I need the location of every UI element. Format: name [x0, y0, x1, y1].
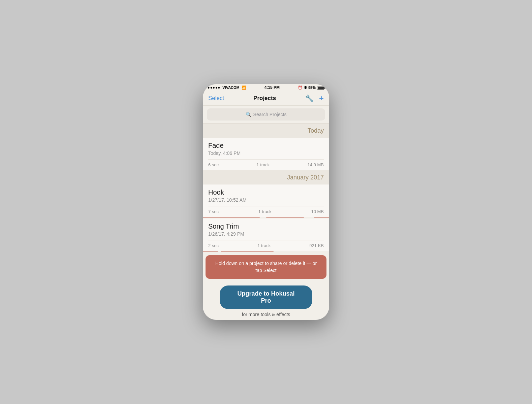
search-container: 🔍 Search Projects: [203, 106, 329, 124]
project-item-fade[interactable]: Fade Today, 4:06 PM 6 sec 1 track 14.9 M…: [203, 138, 329, 170]
search-icon: 🔍: [246, 112, 251, 117]
project-item-hook[interactable]: Hook 1/27/17, 10:52 AM 7 sec 1 track 10 …: [203, 184, 329, 217]
january-section-header: January 2017: [203, 170, 329, 184]
fade-tracks: 1 track: [256, 162, 270, 167]
signal-dots: ●●●●●: [208, 86, 220, 90]
status-left: ●●●●● VIVACOM 📶: [208, 86, 246, 90]
fade-duration: 6 sec: [208, 162, 219, 167]
songtrim-size: 921 KB: [309, 243, 324, 248]
january-label: January 2017: [287, 174, 324, 181]
status-right: ⏰ ✱ 95%: [298, 86, 324, 90]
upgrade-section: Upgrade to Hokusai Pro for more tools & …: [203, 281, 329, 320]
hook-duration: 7 sec: [208, 209, 219, 214]
fade-size: 14.9 MB: [308, 162, 324, 167]
wifi-icon: 📶: [242, 86, 246, 90]
hook-tracks: 1 track: [258, 209, 272, 214]
upgrade-button[interactable]: Upgrade to Hokusai Pro: [220, 285, 312, 309]
hook-red-line-1: [203, 217, 260, 218]
info-banner: Hold down on a project to share or delet…: [206, 255, 326, 279]
battery-icon: [317, 86, 324, 90]
project-name-songtrim: Song Trim: [208, 223, 324, 230]
wrench-icon[interactable]: 🔧: [305, 94, 314, 102]
hook-red-line-2: [266, 217, 304, 218]
search-bar[interactable]: 🔍 Search Projects: [207, 108, 325, 121]
songtrim-red-line-2: [221, 251, 274, 252]
hook-red-line-3: [314, 217, 329, 218]
project-meta-songtrim: 2 sec 1 track 921 KB: [208, 240, 324, 251]
songtrim-tracks: 1 track: [257, 243, 271, 248]
alarm-icon: ⏰: [298, 86, 303, 90]
project-date-songtrim: 1/26/17, 4:29 PM: [208, 231, 324, 237]
upgrade-subtitle: for more tools & effects: [242, 312, 290, 317]
songtrim-red-line-1: [203, 251, 218, 252]
project-date-hook: 1/27/17, 10:52 AM: [208, 197, 324, 203]
project-name-hook: Hook: [208, 189, 324, 196]
today-label: Today: [308, 127, 324, 134]
nav-bar: Select Projects 🔧 +: [203, 91, 329, 106]
battery-percentage: 95%: [308, 86, 316, 90]
project-item-songtrim[interactable]: Song Trim 1/26/17, 4:29 PM 2 sec 1 track…: [203, 218, 329, 251]
songtrim-red-separator: [203, 251, 329, 252]
search-placeholder: Search Projects: [253, 112, 287, 117]
songtrim-duration: 2 sec: [208, 243, 219, 248]
info-banner-text: Hold down on a project to share or delet…: [215, 261, 317, 273]
hook-size: 10 MB: [311, 209, 324, 214]
project-meta-fade: 6 sec 1 track 14.9 MB: [208, 159, 324, 170]
select-button[interactable]: Select: [208, 95, 224, 102]
nav-icons: 🔧 +: [305, 94, 324, 103]
bluetooth-icon: ✱: [304, 86, 307, 90]
phone-frame: ●●●●● VIVACOM 📶 4:15 PM ⏰ ✱ 95% Select P…: [203, 84, 329, 320]
project-name-fade: Fade: [208, 142, 324, 149]
page-title: Projects: [253, 95, 276, 102]
add-button[interactable]: +: [319, 94, 324, 103]
project-date-fade: Today, 4:06 PM: [208, 150, 324, 156]
today-section-header: Today: [203, 124, 329, 138]
hook-red-separator: [203, 217, 329, 218]
carrier-name: VIVACOM: [222, 86, 240, 90]
project-meta-hook: 7 sec 1 track 10 MB: [208, 206, 324, 217]
status-time: 4:15 PM: [264, 85, 280, 90]
status-bar: ●●●●● VIVACOM 📶 4:15 PM ⏰ ✱ 95%: [203, 84, 329, 91]
